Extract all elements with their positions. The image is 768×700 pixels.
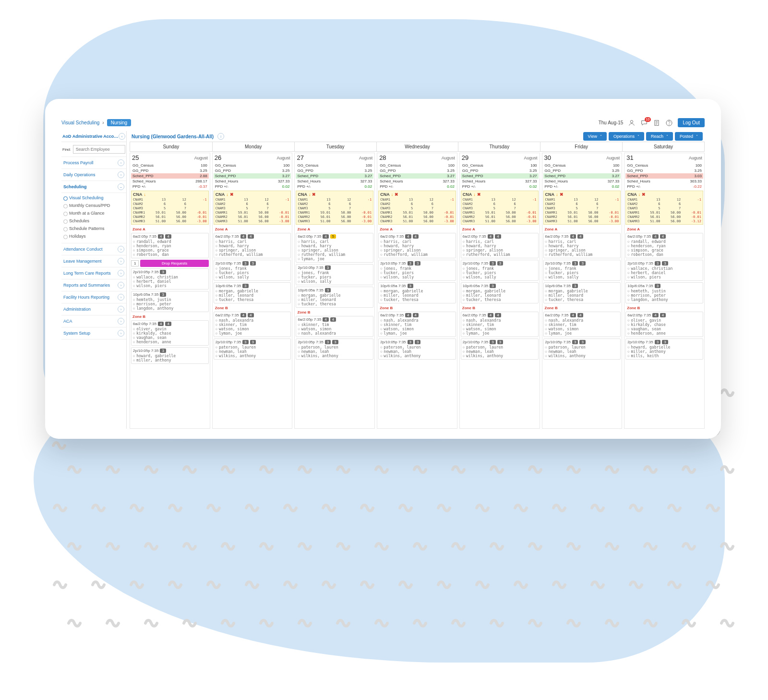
shift-block[interactable]: 10p/6:05a 7:353morgan, gabriellemiller, … [461,282,539,303]
employee[interactable]: wallace, christian [133,275,207,279]
employee[interactable]: tucker, theresa [545,298,619,302]
employee[interactable]: wilson, sally [216,275,289,279]
employee[interactable]: howard, harry [298,244,372,248]
shift-block[interactable]: 2p/10:05p 7:3533jones, franktucker, pier… [378,260,456,281]
subnav-schedules[interactable]: Schedules [61,217,126,225]
employee[interactable]: newman, leah [463,350,537,354]
employee[interactable]: tucker, theresa [463,298,537,302]
shift-block[interactable]: 6a/2:05p 7:3545harris, carlhoward, harry… [296,233,373,263]
chat-icon[interactable]: 10 [640,119,648,127]
employee[interactable]: watson, simon [463,327,537,331]
employee[interactable]: langdon, anthony [133,306,207,311]
employee[interactable]: newman, leah [216,350,289,354]
shift-block[interactable]: 2p/10:05p 7:3533paterson, laurennewman, … [543,338,621,360]
operations-dropdown[interactable]: Operations [609,132,644,141]
employee[interactable]: hemteth, justin [133,298,207,302]
nav-system-setup[interactable]: System Setup› [61,327,126,339]
employee[interactable]: jones, frank [216,266,289,271]
subnav-holidays[interactable]: Holidays [61,232,126,240]
employee[interactable]: wallace, christian [627,266,701,271]
employee[interactable]: lyman, joe [216,331,289,336]
employee[interactable]: tucker, piers [216,271,289,275]
employee[interactable]: howard, harry [380,244,454,248]
shift-block[interactable]: 6a/2:05p 7:3544harris, carlhoward, harry… [543,233,621,258]
employee[interactable]: springer, alison [298,248,372,253]
shift-block[interactable]: 6a/2:05p 7:3544oliver, gavinkirkaldy, ch… [625,312,703,337]
employee[interactable]: miller, anthony [133,358,207,362]
employee[interactable]: miller, anthony [627,350,701,354]
subnav-visual-scheduling[interactable]: Visual Scheduling [61,194,126,202]
employee[interactable]: springer, alison [463,248,537,253]
employee[interactable]: harris, carl [216,240,289,244]
shift-block[interactable]: 2p/10:05p 7:3533jones, franktucker, pier… [214,260,291,281]
employee[interactable]: springer, alison [380,248,454,253]
employee[interactable]: lyman, joe [463,331,537,336]
shift-block[interactable]: 2p/10:05p 7:353howard, gabriellemiller, … [131,347,209,364]
employee[interactable]: wilkins, anthony [380,354,454,358]
employee[interactable]: langdon, anthony [627,298,701,302]
employee[interactable]: morgan, gabrielle [216,289,289,293]
employee[interactable]: wilson, sally [545,275,619,279]
nav-leave-management[interactable]: Leave Management› [61,255,126,267]
employee[interactable]: skinner, tim [216,323,289,327]
employee[interactable]: jones, frank [463,266,537,271]
employee[interactable]: watson, simon [380,327,454,331]
employee[interactable]: howard, harry [545,244,619,248]
shift-block[interactable]: 2p/10:05p 7:353wallace, christianherbert… [131,268,209,290]
employee[interactable]: skinner, tim [545,323,619,327]
employee[interactable]: newman, leah [298,350,372,354]
employee[interactable]: paterson, lauren [298,345,372,350]
employee[interactable]: wilson, sally [380,275,454,279]
employee[interactable]: oliver, gavin [133,327,207,331]
employee[interactable]: herbert, daniel [133,279,207,284]
shift-block[interactable]: 2p/10:05p 7:3533jones, franktucker, pier… [543,260,621,281]
nav-long-term-care-reports[interactable]: Long Term Care Reports› [61,267,126,279]
employee[interactable]: paterson, lauren [216,345,289,350]
employee[interactable]: morrison, peter [627,293,701,298]
reach-dropdown[interactable]: Reach [646,132,673,141]
employee[interactable]: wilson, piers [133,284,207,288]
employee[interactable]: tucker, piers [380,271,454,275]
shift-block[interactable]: 6a/2:05p 7:3544harris, carlhoward, harry… [214,233,291,258]
collapse-icon[interactable]: ‹ [119,133,125,140]
employee[interactable]: vaughan, sean [133,336,207,340]
employee[interactable]: howard, harry [216,244,289,248]
employee[interactable]: wilkins, anthony [216,354,289,358]
employee[interactable]: lyman, joe [380,331,454,336]
employee[interactable]: henderson, anne [627,331,701,336]
scheduler-title[interactable]: Nursing (Glenwood Gardens-All-All) [132,134,214,139]
employee[interactable]: howard, harry [463,244,537,248]
employee[interactable]: henderson, anne [133,340,207,344]
employee[interactable]: robertson, dan [133,253,207,257]
employee[interactable]: nash, alexandra [380,318,454,323]
employee[interactable]: oliver, gavin [627,318,701,323]
subnav-month-at-a-glance[interactable]: Month at a Glance [61,209,126,217]
employee[interactable]: morgan, gabrielle [298,293,372,298]
drop-requests-button[interactable]: Drop Requests [140,260,208,267]
employee[interactable]: nash, alexandra [216,318,289,323]
shift-block[interactable]: 6a/2:05p 7:3544nash, alexandraskinner, t… [378,312,456,337]
employee[interactable]: henderson, ryan [627,244,701,248]
employee[interactable]: harris, carl [463,240,537,244]
employee[interactable]: wilkins, anthony [298,354,372,358]
employee[interactable]: miller, leonard [216,293,289,298]
shift-block[interactable]: 10p/6:05a 7:353morgan, gabriellemiller, … [378,282,456,303]
employee[interactable]: wilson, sally [298,279,372,284]
employee[interactable]: newman, leah [545,350,619,354]
employee[interactable]: jones, frank [545,266,619,271]
subnav-monthly-census-ppd[interactable]: Monthly Census/PPD [61,202,126,209]
shift-block[interactable]: 10p/6:05a 7:353morgan, gabriellemiller, … [214,282,291,303]
employee[interactable]: wilson, sally [463,275,537,279]
employee[interactable]: skinner, tim [298,323,372,327]
employee[interactable]: harris, carl [380,240,454,244]
employee[interactable]: rutherford, william [545,253,619,257]
employee[interactable]: miller, leonard [380,293,454,298]
subnav-schedule-patterns[interactable]: Schedule Patterns [61,225,126,232]
employee[interactable]: tucker, piers [298,275,372,279]
employee[interactable]: morrison, peter [133,302,207,306]
shift-block[interactable]: 6a/2:05p 7:3544oliver, gavinkirkaldy, ch… [131,320,209,346]
logout-button[interactable]: Log Out [678,118,705,127]
employee[interactable]: harris, carl [545,240,619,244]
employee[interactable]: nash, alexandra [298,331,372,336]
shift-block[interactable]: 2p/10:05p 7:3533jones, franktucker, pier… [461,260,539,281]
